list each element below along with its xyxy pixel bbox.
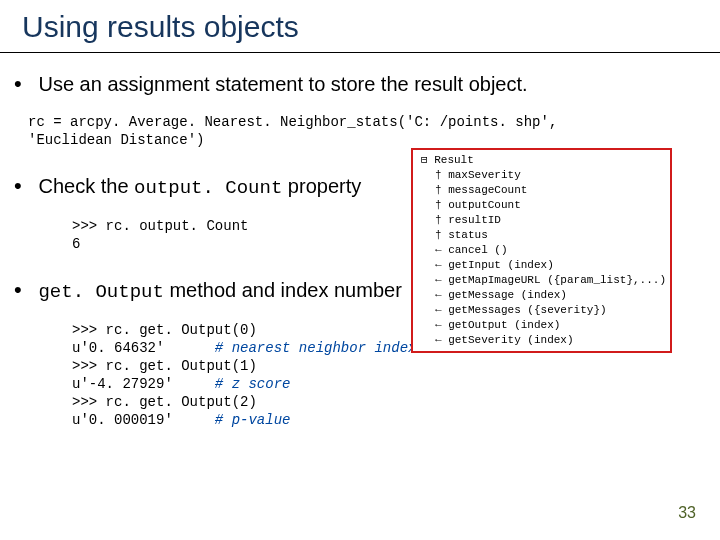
code-line: >>> rc. output. Count <box>72 218 248 234</box>
code-comment: # z score <box>215 376 291 392</box>
code-line: 'Euclidean Distance') <box>28 132 204 148</box>
result-method: ← getMessage (index) <box>417 288 666 303</box>
code-line: 6 <box>72 236 80 252</box>
code-inline: get. Output <box>38 281 163 303</box>
result-method: ← getSeverity (index) <box>417 333 666 348</box>
result-method-label: getMessages ({severity}) <box>448 304 606 316</box>
code-inline: output. Count <box>134 177 282 199</box>
result-method-label: getInput (index) <box>448 259 554 271</box>
code-line: u'0. 000019' <box>72 412 215 428</box>
text-fragment: property <box>282 175 361 197</box>
bullet-text: Check the output. Count property <box>38 173 361 201</box>
slide: Using results objects Use an assignment … <box>0 0 720 540</box>
code-comment: # p-value <box>215 412 291 428</box>
result-method: ← getMapImageURL ({param_list},...) <box>417 273 666 288</box>
slide-title: Using results objects <box>0 10 720 53</box>
code-line: u'0. 64632' <box>72 340 215 356</box>
result-property-label: status <box>448 229 488 241</box>
code-line: u'-4. 27929' <box>72 376 215 392</box>
result-property: † status <box>417 228 666 243</box>
code-line: rc = arcpy. Average. Nearest. Neighbor_s… <box>28 114 557 130</box>
result-method-label: cancel () <box>448 244 507 256</box>
text-fragment: method and index number <box>164 279 402 301</box>
result-property: † maxSeverity <box>417 168 666 183</box>
result-method-label: getSeverity (index) <box>448 334 573 346</box>
code-comment: # nearest neighbor index <box>215 340 417 356</box>
result-property: † messageCount <box>417 183 666 198</box>
result-header-label: Result <box>434 154 474 166</box>
result-property: † resultID <box>417 213 666 228</box>
result-method: ← getInput (index) <box>417 258 666 273</box>
result-method: ← getOutput (index) <box>417 318 666 333</box>
result-method-label: getOutput (index) <box>448 319 560 331</box>
code-line: >>> rc. get. Output(1) <box>72 358 257 374</box>
code-line: >>> rc. get. Output(2) <box>72 394 257 410</box>
bullet-item-assignment: Use an assignment statement to store the… <box>14 71 706 97</box>
page-number: 33 <box>678 504 696 522</box>
bullet-text: get. Output method and index number <box>38 277 401 305</box>
result-property-label: resultID <box>448 214 501 226</box>
bullet-text: Use an assignment statement to store the… <box>38 71 527 97</box>
text-fragment: Check the <box>38 175 134 197</box>
result-property: † outputCount <box>417 198 666 213</box>
result-method: ← getMessages ({severity}) <box>417 303 666 318</box>
result-object-panel: ⊟ Result † maxSeverity † messageCount † … <box>411 148 672 353</box>
result-method-label: getMapImageURL ({param_list},...) <box>448 274 666 286</box>
result-method: ← cancel () <box>417 243 666 258</box>
result-property-label: outputCount <box>448 199 521 211</box>
result-method-label: getMessage (index) <box>448 289 567 301</box>
result-header: ⊟ Result <box>417 153 666 168</box>
code-line: >>> rc. get. Output(0) <box>72 322 257 338</box>
result-property-label: maxSeverity <box>448 169 521 181</box>
result-property-label: messageCount <box>448 184 527 196</box>
